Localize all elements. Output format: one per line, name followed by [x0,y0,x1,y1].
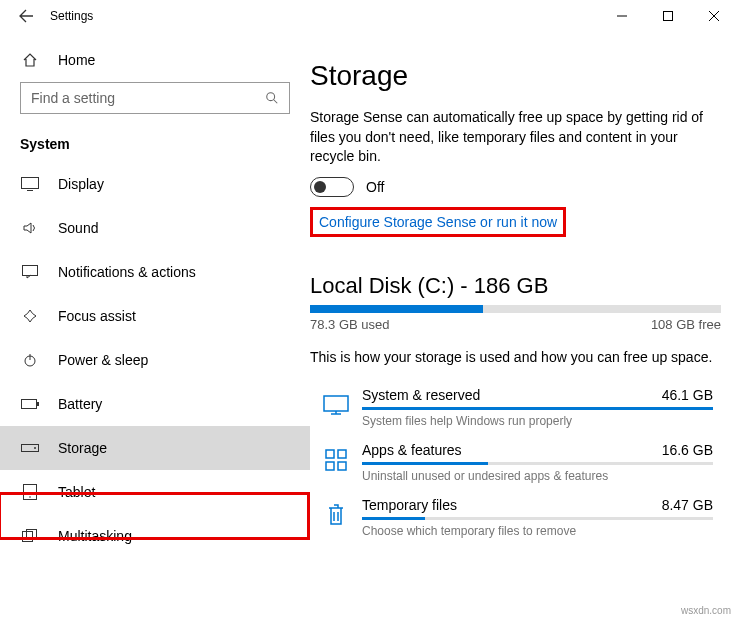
sidebar-item-label: Sound [58,220,98,236]
close-icon [709,11,719,21]
window-title: Settings [50,9,93,23]
sidebar-item-sound[interactable]: Sound [0,206,310,250]
category-sub: Uninstall unused or undesired apps & fea… [362,469,713,483]
notifications-icon [20,265,40,279]
disk-usage-bar [310,305,721,313]
minimize-button[interactable] [599,0,645,32]
storage-icon [20,444,40,452]
svg-point-4 [267,93,275,101]
category-name: Temporary files [362,497,457,513]
watermark: wsxdn.com [681,605,731,616]
focus-assist-icon [20,308,40,324]
sidebar-item-label: Power & sleep [58,352,148,368]
category-sub: Choose which temporary files to remove [362,524,713,538]
section-header-system: System [0,124,310,162]
category-apps-features[interactable]: Apps & features16.6 GB Uninstall unused … [310,436,721,491]
storage-sense-description: Storage Sense can automatically free up … [310,108,721,167]
svg-rect-23 [338,450,346,458]
multitasking-icon [20,529,40,543]
sidebar-item-focus-assist[interactable]: Focus assist [0,294,310,338]
svg-line-5 [274,100,278,104]
svg-point-16 [29,496,31,498]
svg-rect-19 [324,396,348,411]
system-icon [310,387,362,423]
sound-icon [20,220,40,236]
configure-storage-sense-link[interactable]: Configure Storage Sense or run it now [319,214,557,230]
maximize-icon [663,11,673,21]
sidebar-item-label: Focus assist [58,308,136,324]
svg-rect-12 [37,402,39,406]
back-button[interactable] [10,0,42,32]
svg-rect-24 [326,462,334,470]
search-icon [265,91,279,105]
svg-rect-1 [664,12,673,21]
main-panel: Storage Storage Sense can automatically … [310,32,737,618]
sidebar-item-multitasking[interactable]: Multitasking [0,514,310,558]
category-sub: System files help Windows run properly [362,414,713,428]
category-name: Apps & features [362,442,462,458]
titlebar: Settings [0,0,737,32]
apps-icon [310,442,362,478]
svg-rect-6 [22,178,39,189]
search-input[interactable]: Find a setting [20,82,290,114]
category-system-reserved[interactable]: System & reserved46.1 GB System files he… [310,381,721,436]
sidebar-item-notifications[interactable]: Notifications & actions [0,250,310,294]
sidebar-item-display[interactable]: Display [0,162,310,206]
sidebar-item-label: Storage [58,440,107,456]
sidebar-item-power-sleep[interactable]: Power & sleep [0,338,310,382]
minimize-icon [617,11,627,21]
sidebar: Home Find a setting System Display Sound… [0,32,310,618]
sidebar-item-label: Notifications & actions [58,264,196,280]
power-icon [20,352,40,368]
svg-point-14 [34,447,36,449]
display-icon [20,177,40,191]
toggle-label: Off [366,179,384,195]
page-title: Storage [310,60,721,92]
tablet-icon [20,484,40,500]
maximize-button[interactable] [645,0,691,32]
battery-icon [20,399,40,409]
category-temporary-files[interactable]: Temporary files8.47 GB Choose which temp… [310,491,721,546]
sidebar-item-label: Multitasking [58,528,132,544]
sidebar-item-label: Tablet [58,484,95,500]
sidebar-item-label: Display [58,176,104,192]
category-size: 16.6 GB [662,442,713,458]
svg-rect-11 [22,400,37,409]
disk-title: Local Disk (C:) - 186 GB [310,273,721,299]
disk-free-label: 108 GB free [651,317,721,332]
svg-rect-22 [326,450,334,458]
trash-icon [310,497,362,533]
storage-sense-toggle[interactable] [310,177,354,197]
sidebar-item-tablet[interactable]: Tablet [0,470,310,514]
category-name: System & reserved [362,387,480,403]
sidebar-item-battery[interactable]: Battery [0,382,310,426]
sidebar-item-label: Battery [58,396,102,412]
sidebar-item-storage[interactable]: Storage [0,426,310,470]
highlight-configure-link: Configure Storage Sense or run it now [310,207,566,237]
search-placeholder: Find a setting [31,90,265,106]
svg-rect-8 [23,266,38,276]
close-button[interactable] [691,0,737,32]
category-size: 8.47 GB [662,497,713,513]
category-size: 46.1 GB [662,387,713,403]
usage-description: This is how your storage is used and how… [310,348,721,368]
home-label: Home [58,52,95,68]
arrow-left-icon [18,8,34,24]
home-icon [20,52,40,68]
svg-rect-25 [338,462,346,470]
home-button[interactable]: Home [0,44,310,82]
disk-used-label: 78.3 GB used [310,317,390,332]
